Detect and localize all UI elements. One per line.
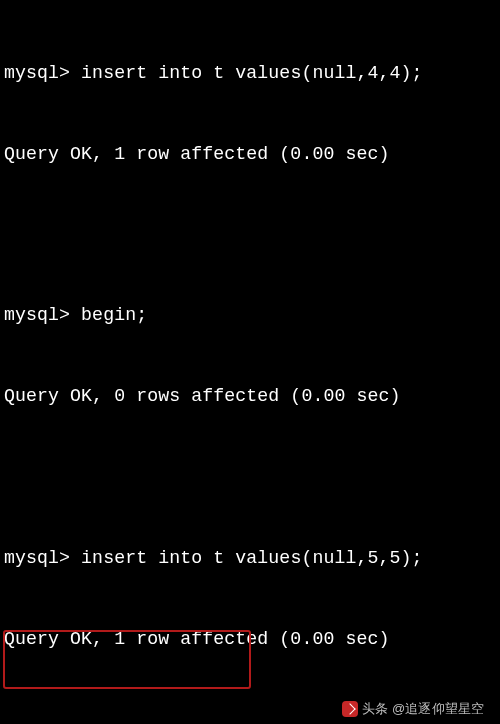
attribution: 头条 @追逐仰望星空 (342, 699, 484, 718)
prompt: mysql> (4, 548, 70, 568)
blank-line (4, 222, 496, 249)
prompt: mysql> (4, 305, 70, 325)
toutiao-icon (342, 701, 358, 717)
response-line: Query OK, 1 row affected (0.00 sec) (4, 626, 496, 653)
response-line: Query OK, 1 row affected (0.00 sec) (4, 141, 496, 168)
cmd-line: mysql> insert into t values(null,4,4); (4, 60, 496, 87)
cmd-line: mysql> insert into t values(null,5,5); (4, 545, 496, 572)
attribution-handle: @追逐仰望星空 (392, 701, 484, 716)
command-text: insert into t values(null,5,5); (81, 548, 422, 568)
prompt: mysql> (4, 63, 70, 83)
terminal[interactable]: mysql> insert into t values(null,4,4); Q… (0, 0, 500, 724)
response-line: Query OK, 0 rows affected (0.00 sec) (4, 383, 496, 410)
command-text: begin; (81, 305, 147, 325)
attribution-prefix: 头条 (362, 701, 388, 716)
blank-line (4, 464, 496, 491)
cmd-line: mysql> begin; (4, 302, 496, 329)
command-text: insert into t values(null,4,4); (81, 63, 422, 83)
